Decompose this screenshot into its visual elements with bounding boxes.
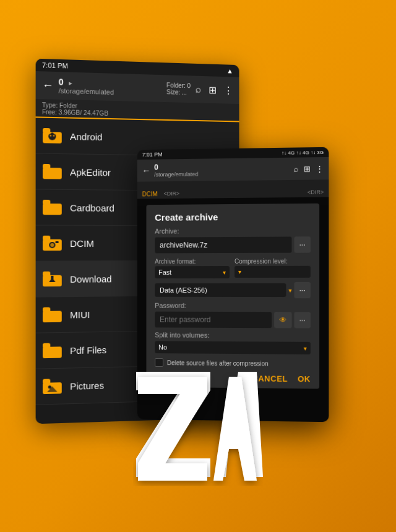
grid-icon[interactable]: ⊞ [209,84,217,96]
folder-name-pdf: Pdf Files [70,344,106,355]
dir-label-right: <DIR> [308,189,324,195]
dialog-title: Create archive [146,204,319,225]
svg-rect-23 [43,343,50,348]
svg-rect-19 [51,276,53,280]
back-signal-icons: ▲ [226,67,233,74]
folder-icon-pictures [42,376,62,397]
archive-input[interactable] [155,237,291,254]
svg-rect-22 [43,346,62,358]
folder-icon-apkeditor [42,161,62,182]
folder-name-android: Android [70,131,102,142]
front-time: 7:01 PM [142,152,163,158]
password-dots-button[interactable]: ··· [295,312,311,328]
archive-input-row: ··· [146,235,319,254]
back-arrow-icon[interactable]: ← [42,79,54,92]
back-toolbar-icons: ⌕ ⊞ ⋮ [196,84,233,96]
svg-marker-31 [138,377,207,481]
more-icon[interactable]: ⋮ [223,84,233,96]
front-path-info: 0 /storage/emulated [154,163,198,178]
split-select[interactable]: No ▾ [155,341,311,354]
ok-button[interactable]: OK [298,374,311,384]
folder-icon-dcim [42,233,62,254]
folder-name-cardboard: Cardboard [70,202,114,213]
archive-dots-button[interactable]: ··· [295,236,311,252]
search-icon[interactable]: ⌕ [196,84,202,95]
front-folder-num: 0 [154,163,198,172]
svg-rect-21 [43,307,50,312]
dir-label: <DIR> [164,191,180,197]
folder-name-apkeditor: ApkEditor [70,166,111,178]
folder-name-dcim: DCIM [70,238,94,248]
back-folder-count: Folder: 0 Size: ... [166,82,191,96]
compression-chevron-icon: ▾ [238,268,241,275]
format-value: Fast [158,268,223,276]
folder-name-download: Download [70,273,112,285]
password-row: 👁 ··· [146,311,319,330]
back-time: 7:01 PM [42,61,68,69]
folder-icon-android [42,126,62,146]
svg-rect-7 [43,168,62,179]
svg-rect-10 [43,200,50,205]
svg-rect-1 [43,128,50,133]
svg-rect-9 [43,204,62,215]
back-path-info: 0 ▸ /storage/emulated [59,77,162,97]
format-label: Archive format: [155,258,230,265]
folder-name-pictures: Pictures [70,380,104,392]
svg-rect-17 [43,272,50,277]
front-search-icon[interactable]: ⌕ [294,164,299,173]
split-value: No [158,343,304,352]
split-row: No ▾ [146,340,319,356]
svg-rect-8 [43,164,50,169]
password-label: Password: [146,299,319,311]
folder-name-miui: MIUI [70,309,90,320]
eye-button[interactable]: 👁 [274,312,291,328]
password-input[interactable] [155,312,272,328]
format-chevron-icon: ▾ [223,269,226,276]
folder-icon-miui [42,304,62,325]
compression-col: Compression level: ▾ [235,258,311,278]
front-signal: ↑↓ 4G ↑↓ 4G ↑↓ 3G [282,149,324,155]
format-compression-row: Archive format: Fast ▾ Compression level… [146,254,319,280]
format-col: Archive format: Fast ▾ [155,258,230,278]
encryption-dots-button[interactable]: ··· [295,282,311,298]
front-path: /storage/emulated [154,171,198,178]
folder-icon-download [42,269,62,290]
front-toolbar-icons: ⌕ ⊞ ⋮ [294,164,324,174]
archive-label: Archive: [146,224,319,236]
folder-icon-cardboard [42,197,62,218]
folder-icon-pdf [42,340,62,361]
dcim-label: DCIM [142,191,158,197]
create-archive-dialog: Create archive Archive: ··· Archive form… [146,204,319,389]
format-select[interactable]: Fast ▾ [155,266,230,278]
svg-rect-20 [43,311,62,323]
front-back-icon[interactable]: ← [142,166,151,176]
svg-point-14 [50,243,54,247]
svg-rect-25 [43,379,50,384]
split-chevron-icon: ▾ [304,345,307,351]
split-label: Split into volumes: [146,328,319,340]
compression-select[interactable]: ▾ [235,266,311,278]
svg-rect-15 [56,241,59,243]
front-grid-icon[interactable]: ⊞ [304,164,311,173]
encryption-value[interactable]: Data (AES-256) [155,283,286,297]
back-toolbar: ← 0 ▸ /storage/emulated Folder: 0 Size: … [36,71,239,104]
svg-rect-12 [43,236,50,241]
front-more-icon[interactable]: ⋮ [316,164,324,173]
compression-label: Compression level: [235,258,311,265]
encryption-row: Data (AES-256) ▾ ··· [146,280,319,299]
encryption-chevron-icon: ▾ [288,287,291,294]
front-toolbar: ← 0 /storage/emulated ⌕ ⊞ ⋮ [137,157,329,182]
za-logo-main [133,372,263,489]
